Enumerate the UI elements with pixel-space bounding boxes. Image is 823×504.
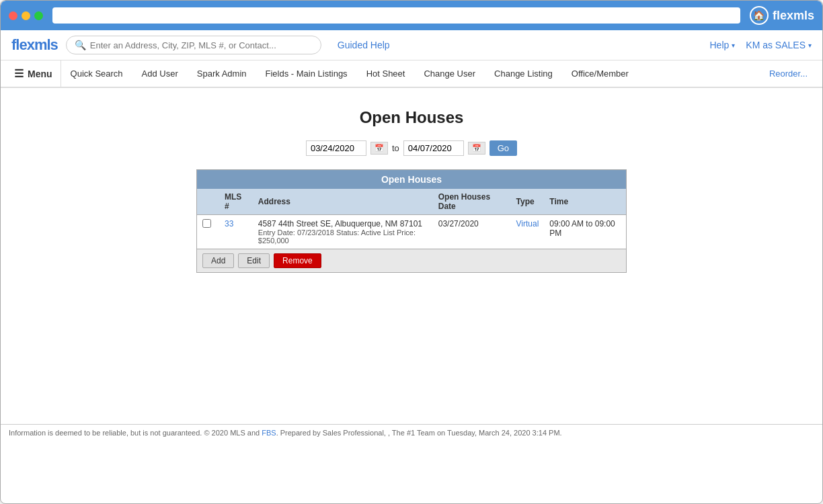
row-address-cell: 4587 44th Street SE, Albuquerque, NM 871… xyxy=(253,215,433,249)
table-title: Open Houses xyxy=(197,170,626,189)
add-button[interactable]: Add xyxy=(202,253,234,268)
top-navigation: flexmls 🔍 Guided Help Help ▾ KM as SALES… xyxy=(1,30,822,60)
date-from-input[interactable] xyxy=(306,140,366,156)
browser-logo: 🏠 flexmls xyxy=(750,6,814,25)
global-search-box[interactable]: 🔍 xyxy=(66,36,321,54)
mls-number-link[interactable]: 33 xyxy=(225,219,233,228)
date-filter-bar: 📅 to 📅 Go xyxy=(14,140,809,156)
date-from-calendar-button[interactable]: 📅 xyxy=(370,142,388,155)
menu-item-office-member[interactable]: Office/Member xyxy=(562,62,638,85)
row-mls-cell: 33 xyxy=(219,215,253,249)
date-to-label: to xyxy=(392,143,399,153)
help-menu[interactable]: Help ▾ xyxy=(710,40,736,50)
col-header-checkbox xyxy=(197,189,219,215)
remove-button[interactable]: Remove xyxy=(274,253,321,268)
row-checkbox-cell xyxy=(197,215,219,249)
window-chrome: 🏠 flexmls xyxy=(1,1,822,30)
date-to-input[interactable] xyxy=(403,140,464,156)
go-button[interactable]: Go xyxy=(489,140,517,156)
address-meta: Entry Date: 07/23/2018 Status: Active Li… xyxy=(258,228,428,245)
col-header-mls: MLS # xyxy=(219,189,253,215)
row-type-cell: Virtual xyxy=(511,215,545,249)
page-title: Open Houses xyxy=(14,108,809,127)
menu-item-change-listing[interactable]: Change Listing xyxy=(485,62,562,85)
open-houses-table: MLS # Address Open Houses Date Type Time… xyxy=(197,189,626,249)
row-date-cell: 03/27/2020 xyxy=(433,215,511,249)
search-icon: 🔍 xyxy=(75,40,86,50)
col-header-address: Address xyxy=(253,189,433,215)
address-line1: 4587 44th Street SE, Albuquerque, NM 871… xyxy=(258,219,428,228)
maximize-button[interactable] xyxy=(34,11,43,20)
footer: Information is deemed to be reliable, bu… xyxy=(1,424,822,441)
minimize-button[interactable] xyxy=(22,11,30,20)
footer-text-before: Information is deemed to be reliable, bu… xyxy=(9,429,262,437)
help-chevron-icon: ▾ xyxy=(732,42,735,49)
application-window: 🏠 flexmls flexmls 🔍 Guided Help Help ▾ K… xyxy=(0,0,823,504)
menu-item-quick-search[interactable]: Quick Search xyxy=(61,62,132,85)
user-chevron-icon: ▾ xyxy=(808,42,812,49)
listing-type: Virtual xyxy=(516,219,539,228)
reorder-button[interactable]: Reorder... xyxy=(760,62,817,85)
user-menu[interactable]: KM as SALES ▾ xyxy=(746,40,812,50)
menu-item-hot-sheet[interactable]: Hot Sheet xyxy=(357,62,415,85)
browser-address-bar[interactable] xyxy=(52,7,740,24)
col-header-type: Type xyxy=(511,189,545,215)
browser-brand-label: flexmls xyxy=(773,9,814,23)
date-to-calendar-button[interactable]: 📅 xyxy=(468,142,485,155)
footer-text-after: . Prepared by Sales Professional, , The … xyxy=(276,429,562,437)
footer-fbs-link[interactable]: FBS xyxy=(262,429,276,437)
global-search-input[interactable] xyxy=(90,40,313,50)
menu-item-fields-main[interactable]: Fields - Main Listings xyxy=(256,62,357,85)
menu-item-spark-admin[interactable]: Spark Admin xyxy=(188,62,256,85)
close-button[interactable] xyxy=(9,11,17,20)
open-houses-table-container: Open Houses MLS # Address Open Houses Da… xyxy=(196,169,627,273)
menu-item-add-user[interactable]: Add User xyxy=(132,62,188,85)
edit-button[interactable]: Edit xyxy=(238,253,270,268)
menu-item-change-user[interactable]: Change User xyxy=(414,62,485,85)
main-content: Open Houses 📅 to 📅 Go Open Houses MLS # … xyxy=(1,88,822,424)
row-checkbox[interactable] xyxy=(202,219,211,228)
table-row: 33 4587 44th Street SE, Albuquerque, NM … xyxy=(197,215,626,249)
row-time-cell: 09:00 AM to 09:00 PM xyxy=(544,215,626,249)
menu-toggle-button[interactable]: ☰ Menu xyxy=(6,60,61,87)
hamburger-icon: ☰ xyxy=(14,67,24,80)
guided-help-link[interactable]: Guided Help xyxy=(338,40,390,50)
action-bar: Add Edit Remove xyxy=(197,249,626,272)
menu-bar: ☰ Menu Quick Search Add User Spark Admin… xyxy=(1,60,822,88)
col-header-time: Time xyxy=(544,189,626,215)
col-header-date: Open Houses Date xyxy=(433,189,511,215)
nav-right-area: Help ▾ KM as SALES ▾ xyxy=(710,40,812,50)
flexmls-logo-icon: 🏠 xyxy=(750,6,769,25)
brand-logo[interactable]: flexmls xyxy=(11,36,58,54)
